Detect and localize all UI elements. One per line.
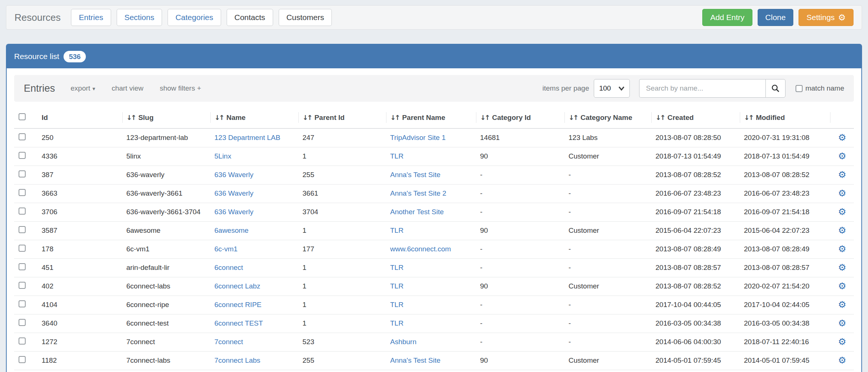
export-menu[interactable]: export▾ [71, 84, 95, 92]
row-gear-icon[interactable]: ⚙ [838, 281, 846, 291]
row-checkbox[interactable] [19, 170, 26, 177]
column-header-created[interactable]: ↓↑Created [652, 107, 740, 128]
row-actions-cell: ⚙ [830, 203, 854, 221]
row-gear-icon[interactable]: ⚙ [838, 188, 846, 199]
name-link[interactable]: 7connect Labs [214, 356, 260, 364]
nav-button-customers[interactable]: Customers [279, 9, 332, 26]
parent_name-link[interactable]: Anna's Test Site [390, 171, 440, 179]
parent_name-link[interactable]: TLR [390, 152, 404, 160]
name-link[interactable]: 6connect Labz [214, 282, 260, 290]
name-link[interactable]: 636 Waverly [214, 171, 253, 179]
row-gear-icon[interactable]: ⚙ [838, 244, 846, 254]
cell-parent_name: TLR [386, 296, 476, 314]
nav-button-contacts[interactable]: Contacts [227, 9, 273, 26]
row-checkbox[interactable] [19, 208, 26, 215]
parent_name-link[interactable]: TLR [390, 319, 404, 327]
parent_name-link[interactable]: TLR [390, 264, 404, 271]
name-link[interactable]: 6c-vm1 [214, 245, 237, 253]
cell-slug: 6connect-test [123, 314, 211, 333]
parent_name-link[interactable]: Ashburn [390, 338, 417, 346]
cell-slug: 6awesome [123, 221, 211, 240]
cell-modified: 2020-07-31 19:31:08 [740, 128, 830, 147]
row-checkbox[interactable] [19, 337, 26, 345]
parent_name-link[interactable]: www.6connect.com [390, 245, 451, 253]
nav-button-categories[interactable]: Categories [168, 9, 221, 26]
row-checkbox[interactable] [19, 356, 26, 363]
name-link[interactable]: 636 Waverly [214, 208, 253, 216]
row-checkbox[interactable] [19, 152, 26, 159]
clone-button[interactable]: Clone [758, 9, 794, 26]
search-input[interactable] [639, 79, 765, 98]
add-entry-button[interactable]: Add Entry [702, 9, 752, 26]
settings-button[interactable]: Settings⚙ [799, 9, 854, 26]
name-link[interactable]: 6awesome [214, 226, 249, 234]
row-gear-icon[interactable]: ⚙ [838, 169, 846, 180]
sort-icon: ↓↑ [569, 114, 577, 121]
parent_name-link[interactable]: TLR [390, 301, 404, 309]
column-header-parent-name[interactable]: ↓↑Parent Name [386, 107, 476, 128]
column-header-label: Category Id [492, 114, 531, 121]
name-link[interactable]: 6connect TEST [214, 319, 263, 327]
page-title: Resources [14, 12, 61, 23]
name-link[interactable]: 7connect [214, 338, 243, 346]
name-link[interactable]: 5Linx [214, 152, 231, 160]
name-link[interactable]: 636 Waverly [214, 189, 253, 197]
parent_name-link[interactable]: TLR [390, 226, 404, 234]
column-header-slug[interactable]: ↓↑Slug [123, 107, 211, 128]
parent_name-link[interactable]: Another Test Site [390, 208, 444, 216]
row-checkbox[interactable] [19, 263, 26, 270]
row-gear-icon[interactable]: ⚙ [838, 132, 846, 143]
cell-id: 451 [38, 258, 123, 277]
parent_name-link[interactable]: Anna's Test Site 2 [390, 189, 446, 197]
cell-parent_name: www.6connect.com [386, 240, 476, 258]
match-name-checkbox[interactable] [796, 85, 803, 92]
row-gear-icon[interactable]: ⚙ [838, 336, 846, 347]
gear-icon: ⚙ [838, 13, 846, 22]
column-header-modified[interactable]: ↓↑Modified [740, 107, 830, 128]
cell-slug: arin-default-lir [123, 258, 211, 277]
row-checkbox[interactable] [19, 300, 26, 307]
items-per-page-select[interactable]: 100 [594, 79, 630, 98]
cell-id: 402 [38, 277, 123, 296]
action-button-group: Add EntryCloneSettings⚙ [702, 9, 854, 26]
row-checkbox[interactable] [19, 133, 26, 140]
row-checkbox[interactable] [19, 226, 26, 233]
parent_name-link[interactable]: TLR [390, 282, 404, 290]
parent_name-link[interactable]: Anna's Test Site [390, 356, 440, 364]
column-header-category-name[interactable]: ↓↑Category Name [565, 107, 652, 128]
row-checkbox[interactable] [19, 189, 26, 196]
search-button[interactable] [765, 79, 786, 98]
name-link[interactable]: 123 Department LAB [214, 134, 280, 141]
column-header-name[interactable]: ↓↑Name [211, 107, 299, 128]
settings-button-label: Settings [806, 13, 835, 22]
cell-modified: 2016-09-07 21:54:18 [740, 203, 830, 221]
nav-button-entries[interactable]: Entries [71, 9, 111, 26]
parent_name-link[interactable]: TripAdvisor Site 1 [390, 134, 446, 141]
chart-view-link[interactable]: chart view [111, 84, 143, 92]
nav-button-sections[interactable]: Sections [117, 9, 162, 26]
items-per-page-value: 100 [599, 84, 611, 92]
row-gear-icon[interactable]: ⚙ [838, 262, 846, 273]
show-filters-link[interactable]: show filters + [160, 84, 201, 92]
row-gear-icon[interactable]: ⚙ [838, 151, 846, 161]
row-gear-icon[interactable]: ⚙ [838, 299, 846, 310]
row-checkbox[interactable] [19, 319, 26, 326]
row-gear-icon[interactable]: ⚙ [838, 318, 846, 329]
row-checkbox[interactable] [19, 282, 26, 289]
select-all-checkbox[interactable] [19, 113, 26, 120]
cell-created: 2013-08-07 08:28:50 [652, 128, 740, 147]
name-link[interactable]: 6connect RIPE [214, 301, 262, 309]
column-header-parent-id[interactable]: ↓↑Parent Id [299, 107, 386, 128]
cell-category_name: - [565, 258, 652, 277]
row-gear-icon[interactable]: ⚙ [838, 206, 846, 217]
cell-parent_name: TLR [386, 147, 476, 166]
column-header-category-id[interactable]: ↓↑Category Id [476, 107, 565, 128]
name-link[interactable]: 6connect [214, 264, 243, 271]
row-checkbox[interactable] [19, 245, 26, 252]
row-actions-cell: ⚙ [830, 314, 854, 333]
row-gear-icon[interactable]: ⚙ [838, 355, 846, 366]
cell-category_id: 90 [476, 147, 565, 166]
row-gear-icon[interactable]: ⚙ [838, 225, 846, 236]
cell-slug: 6connect-labs [123, 277, 211, 296]
cell-parent_id: 1 [299, 147, 386, 166]
